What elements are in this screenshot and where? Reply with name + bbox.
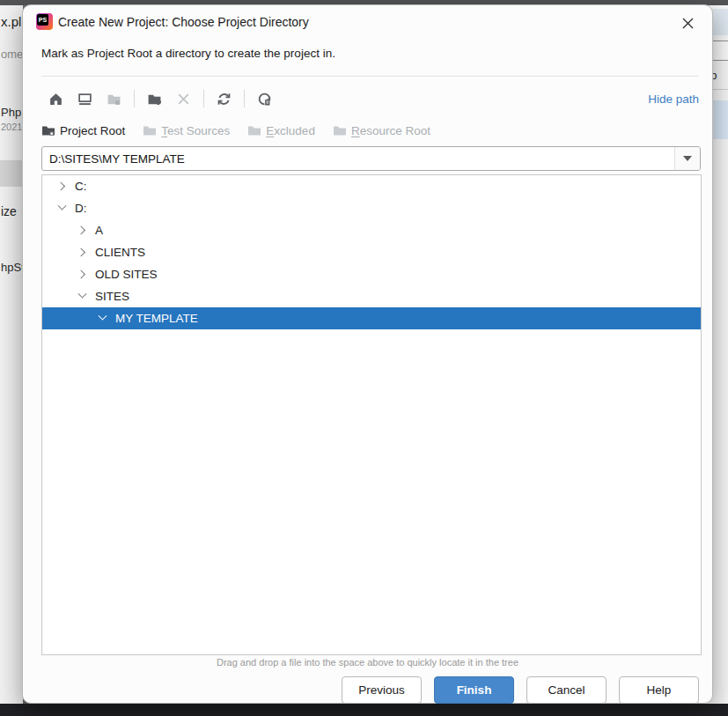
drag-drop-hint: Drag and drop a file into the space abov… [23,657,712,668]
header-divider [41,76,699,77]
mark-resource-root-button: Resource Root [333,124,430,137]
background-text-fragment: 2021. [1,122,23,132]
close-button[interactable] [676,11,699,34]
background-dark-strip [0,704,728,716]
background-button-fragment [710,41,728,61]
refresh-icon[interactable] [217,92,232,107]
folder-icon [247,124,261,137]
background-selection-band [0,160,23,187]
folder-icon [143,124,157,137]
mark-as-row: Project Root Test Sources Excluded Resou… [41,119,430,142]
cancel-button[interactable]: Cancel [526,676,607,704]
chevron-down-icon[interactable] [54,201,70,217]
chevron-right-icon[interactable] [54,179,70,195]
toolbar-separator [244,90,245,107]
previous-button[interactable]: Previous [342,676,422,704]
background-text-fragment: ize [1,204,17,218]
background-text-fragment: hpSt [1,261,23,274]
source-folder-icon[interactable] [107,92,121,107]
path-input[interactable] [42,147,674,170]
dialog-titlebar: PS Create New Project: Choose Project Di… [23,5,712,41]
background-text-fragment: x.pl [1,14,21,29]
tree-node-d-drive[interactable]: D: [42,197,701,219]
mark-project-root-button[interactable]: Project Root [41,124,125,137]
desktop-icon[interactable] [77,92,92,107]
finish-button[interactable]: Finish [434,676,514,704]
file-chooser-toolbar: Hide path [41,85,699,112]
toolbar-separator [134,90,135,107]
help-button[interactable]: Help [619,676,699,704]
tree-node-c-drive[interactable]: C: [42,175,701,197]
tree-node-old-sites[interactable]: OLD SITES [42,263,701,285]
chevron-down-icon[interactable] [94,311,110,327]
chevron-right-icon[interactable] [74,267,90,283]
chevron-right-icon[interactable] [74,223,90,239]
hide-path-link[interactable]: Hide path [648,92,699,106]
dialog-subtitle: Mark as Project Root a directory to crea… [41,47,335,60]
mark-test-sources-button: Test Sources [143,124,230,137]
phpstorm-logo-icon: PS [36,13,53,30]
background-window-left: x.pl ome PhpS 2021. ize hpSt [0,5,23,704]
close-icon [681,17,695,30]
tree-node-clients[interactable]: CLIENTS [42,241,701,263]
tree-node-my-template[interactable]: MY TEMPLATE [42,307,701,329]
chevron-right-icon[interactable] [74,245,90,261]
create-new-project-dialog: PS Create New Project: Choose Project Di… [22,4,713,704]
new-folder-icon[interactable] [147,92,162,107]
background-text-fragment: ome [1,48,23,61]
dialog-footer: Previous Finish Cancel Help [342,676,699,704]
show-hidden-files-icon[interactable] [257,92,272,107]
folder-icon [333,124,347,137]
dialog-title: Create New Project: Choose Project Direc… [58,15,309,29]
chevron-down-icon[interactable] [74,289,90,305]
tree-node-a[interactable]: A [42,219,701,241]
background-text-fragment: PhpS [1,106,23,119]
tree-node-sites[interactable]: SITES [42,285,701,307]
toolbar-separator [203,90,204,107]
home-icon[interactable] [48,92,63,107]
path-combobox [41,146,701,171]
directory-tree: C: D: A CLIENTS OLD SITES SITES MY TEMPL… [41,174,702,655]
folder-icon [41,124,55,137]
mark-excluded-button: Excluded [247,124,315,137]
chevron-down-icon [683,156,692,161]
delete-icon[interactable] [176,92,191,107]
combo-dropdown-button[interactable] [674,147,700,170]
